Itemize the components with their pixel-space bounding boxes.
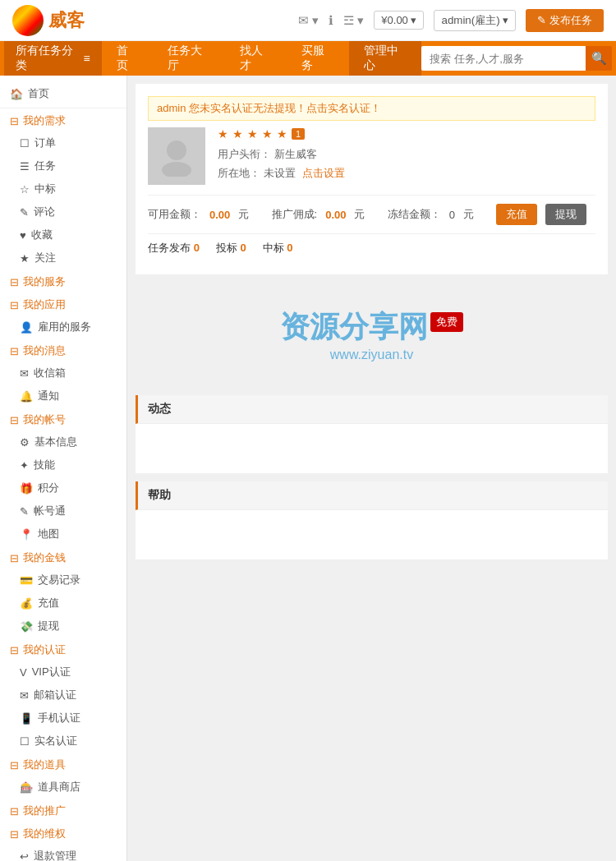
sidebar-item-order[interactable]: ☐订单	[0, 131, 126, 154]
sidebar-item-win-bid-label: 中标	[34, 182, 56, 196]
sidebar-home[interactable]: 🏠 首页	[0, 80, 126, 108]
sidebar: 🏠 首页 ⊟ 我的需求 ☐订单 ☰任务 ☆中标 ✎评论 ♥收藏 ★关注 ⊟ 我的…	[0, 76, 127, 861]
sidebar-item-basic-info[interactable]: ⚙基本信息	[0, 430, 126, 454]
admin-button[interactable]: admin(雇主) ▾	[434, 10, 516, 31]
sidebar-item-withdraw[interactable]: 💸提现	[0, 615, 126, 638]
watermark-text: 资源分享网	[280, 310, 428, 343]
comment-icon: ✎	[20, 206, 29, 219]
sidebar-item-task[interactable]: ☰任务	[0, 154, 126, 177]
sidebar-item-vip-cert[interactable]: VVIP认证	[0, 661, 126, 684]
sidebar-section-my-app[interactable]: ⊟ 我的应用	[0, 292, 126, 315]
sidebar-item-refund[interactable]: ↩退款管理	[0, 845, 126, 861]
svg-point-0	[167, 140, 186, 160]
location-set-link[interactable]: 点击设置	[302, 167, 345, 179]
nav-item-home[interactable]: 首页	[102, 41, 153, 76]
sidebar-item-score-label: 积分	[38, 481, 59, 495]
promo-value: 0.00	[325, 209, 346, 221]
sidebar-item-notify[interactable]: 🔔通知	[0, 384, 126, 407]
sidebar-item-account-pass[interactable]: ✎帐号通	[0, 500, 126, 523]
balance-amount: 0.00	[209, 209, 230, 221]
nav-item-buy-service-label: 买服务	[301, 44, 333, 73]
profile-info: ★ ★ ★ ★ ★ 1 用户头衔： 新生威客 所在地：	[218, 127, 595, 183]
settings-icon: ⚙	[20, 436, 30, 449]
sidebar-section-my-promo[interactable]: ⊟ 我的推广	[0, 799, 126, 822]
sidebar-item-win-bid[interactable]: ☆中标	[0, 177, 126, 200]
sidebar-section-my-account[interactable]: ⊟ 我的帐号	[0, 407, 126, 430]
help-section: 帮助	[136, 481, 608, 559]
title-label: 用户头衔：	[218, 148, 271, 160]
sidebar-section-my-service-label: 我的服务	[23, 274, 66, 289]
search-input[interactable]	[421, 46, 586, 71]
profile-location-row: 所在地： 未设置 点击设置	[218, 163, 595, 182]
promo-label: 推广佣成:	[272, 207, 318, 222]
sidebar-home-label: 首页	[28, 86, 49, 101]
balance-value: ¥0.00	[381, 14, 408, 26]
sidebar-section-my-cert[interactable]: ⊟ 我的认证	[0, 638, 126, 661]
task-publish-stat: 任务发布 0	[148, 241, 200, 256]
sidebar-item-comment[interactable]: ✎评论	[0, 200, 126, 223]
promo-unit: 元	[354, 207, 365, 222]
sidebar-item-score[interactable]: 🎁积分	[0, 477, 126, 500]
mail-icon[interactable]: ✉ ▾	[298, 13, 319, 28]
navbar: 所有任务分类 ≡ 首页 任务大厅 找人才 买服务 管理中心 🔍	[0, 41, 616, 76]
nav-item-admin-center[interactable]: 管理中心	[349, 41, 421, 76]
sidebar-item-phone-cert[interactable]: 📱手机认证	[0, 707, 126, 730]
nav-item-task-hall[interactable]: 任务大厅	[153, 41, 225, 76]
sidebar-section-my-money[interactable]: ⊟ 我的金钱	[0, 546, 126, 569]
admin-dropdown-icon: ▾	[503, 14, 508, 26]
dynamic-section: 动态	[136, 395, 608, 473]
sidebar-section-my-app-label: 我的应用	[23, 297, 66, 312]
sidebar-item-follow[interactable]: ★关注	[0, 246, 126, 269]
star-3: ★	[247, 127, 258, 140]
sidebar-section-my-msg[interactable]: ⊟ 我的消息	[0, 338, 126, 361]
location-value: 未设置	[264, 167, 296, 179]
sidebar-section-my-props[interactable]: ⊟ 我的道具	[0, 753, 126, 776]
sidebar-section-my-rights[interactable]: ⊟ 我的维权	[0, 822, 126, 845]
sidebar-section-my-props-label: 我的道具	[23, 757, 66, 772]
sidebar-item-charge[interactable]: 💰充值	[0, 592, 126, 615]
rss-icon[interactable]: ☲ ▾	[343, 13, 364, 28]
frozen-value: 0	[449, 209, 455, 221]
sidebar-section-my-needs[interactable]: ⊟ 我的需求	[0, 108, 126, 131]
sidebar-item-employ-service[interactable]: 👤雇用的服务	[0, 315, 126, 338]
withdraw-button[interactable]: 提现	[545, 204, 586, 225]
verify-alert: admin 您未实名认证无法提现！点击实名认证！	[148, 96, 595, 121]
logo-icon	[12, 5, 44, 36]
bid-label: 投标	[216, 242, 237, 254]
sidebar-section-my-service[interactable]: ⊟ 我的服务	[0, 269, 126, 292]
refund-icon: ↩	[20, 850, 29, 862]
sidebar-item-collect[interactable]: ♥收藏	[0, 223, 126, 246]
sidebar-item-prop-shop[interactable]: 🎰道具商店	[0, 776, 126, 799]
sidebar-item-email-cert[interactable]: ✉邮箱认证	[0, 684, 126, 707]
sidebar-item-transaction[interactable]: 💳交易记录	[0, 569, 126, 592]
sidebar-item-comment-label: 评论	[34, 205, 55, 219]
sidebar-item-realname-cert[interactable]: ☐实名认证	[0, 730, 126, 753]
sidebar-item-withdraw-label: 提现	[38, 619, 59, 633]
task-publish-label: 任务发布	[148, 242, 191, 254]
account-icon: ✎	[20, 505, 29, 518]
map-icon: 📍	[20, 528, 33, 541]
nav-item-buy-service[interactable]: 买服务	[287, 41, 348, 76]
nav-menu-icon: ≡	[84, 52, 90, 65]
sidebar-item-vip-cert-label: VIP认证	[32, 665, 71, 679]
info-icon[interactable]: ℹ	[329, 13, 333, 28]
realname-icon: ☐	[20, 735, 30, 748]
star-row: ★ ★ ★ ★ ★ 1	[218, 127, 595, 140]
sidebar-item-map[interactable]: 📍地图	[0, 523, 126, 546]
home-icon: 🏠	[10, 88, 23, 100]
logo: 威客	[12, 5, 85, 36]
publish-task-button[interactable]: ✎ 发布任务	[526, 9, 604, 32]
dynamic-section-header: 动态	[136, 395, 608, 424]
sidebar-item-inbox[interactable]: ✉收信箱	[0, 361, 126, 384]
sidebar-section-my-rights-label: 我的维权	[23, 826, 66, 841]
charge-button[interactable]: 充值	[496, 204, 537, 225]
header-right: ✉ ▾ ℹ ☲ ▾ ¥0.00 ▾ admin(雇主) ▾ ✎ 发布任务	[298, 9, 604, 32]
avatar	[148, 127, 205, 185]
nav-item-find-talent[interactable]: 找人才	[225, 41, 287, 76]
verify-alert-text: admin 您未实名认证无法提现！点击实名认证！	[157, 102, 381, 114]
sidebar-item-skill[interactable]: ✦技能	[0, 454, 126, 477]
balance-button[interactable]: ¥0.00 ▾	[374, 11, 424, 30]
search-button[interactable]: 🔍	[586, 46, 612, 71]
notify-icon: 🔔	[20, 390, 33, 403]
nav-all-tasks[interactable]: 所有任务分类 ≡	[4, 41, 102, 76]
